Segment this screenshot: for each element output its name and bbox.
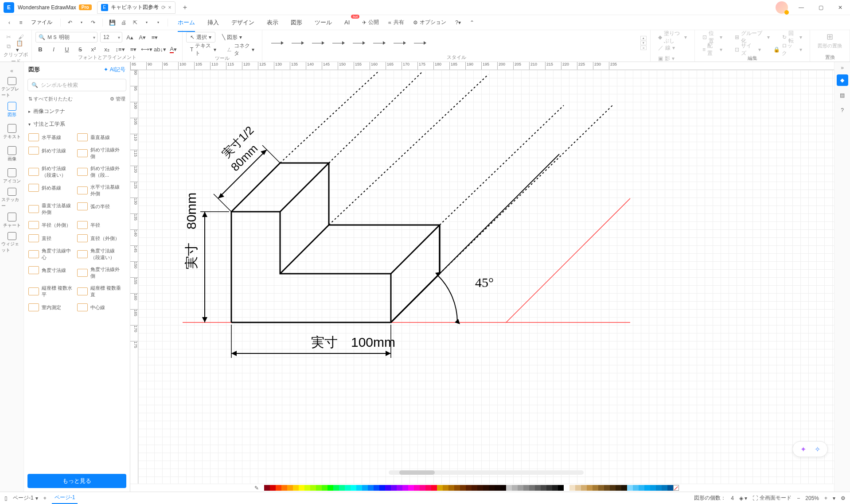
category-image-container[interactable]: 画像コンテナ bbox=[24, 105, 130, 118]
color-swatch[interactable] bbox=[581, 485, 587, 491]
user-avatar[interactable] bbox=[776, 1, 788, 14]
replace-shape-icon[interactable]: ⊞ bbox=[827, 32, 833, 42]
subscript-button[interactable]: x₂ bbox=[102, 44, 112, 54]
color-swatch[interactable] bbox=[414, 485, 420, 491]
color-swatch[interactable] bbox=[362, 485, 368, 491]
arrow-style-5[interactable] bbox=[353, 41, 365, 45]
color-swatch[interactable] bbox=[379, 485, 385, 491]
color-swatch[interactable] bbox=[420, 485, 425, 491]
rail-shapes[interactable]: 図形 bbox=[1, 99, 23, 120]
ai-sparkle-button[interactable]: ✧ bbox=[812, 444, 822, 454]
back-button[interactable]: ‹ bbox=[4, 18, 14, 27]
color-swatch[interactable] bbox=[391, 485, 397, 491]
shape-item[interactable]: 角度寸法線外側 bbox=[76, 264, 125, 282]
window-close-button[interactable]: ✕ bbox=[831, 0, 850, 15]
font-family-select[interactable]: 🔍ＭＳ 明朝 bbox=[35, 32, 97, 43]
arrow-style-7[interactable] bbox=[394, 41, 406, 45]
more-shapes-button[interactable]: もっと見る bbox=[27, 474, 126, 488]
shape-item[interactable]: 角度寸法線（段違い） bbox=[76, 245, 125, 264]
align-button[interactable]: ≡▾ bbox=[150, 32, 160, 42]
print-button[interactable]: 🖨 bbox=[119, 18, 129, 27]
page-tab-1[interactable]: ページ-1 bbox=[52, 492, 78, 504]
canvas[interactable]: 実寸 100mm 実寸 80mm 実寸1/2 80mm 45° ✦ ✧ bbox=[138, 70, 834, 484]
select-tool-button[interactable]: ↖ 選択 ▾ bbox=[186, 32, 215, 43]
no-color-swatch[interactable] bbox=[673, 485, 679, 491]
zoom-dropdown[interactable]: ▾ bbox=[833, 495, 835, 501]
window-minimize-button[interactable]: — bbox=[792, 0, 811, 15]
shape-item[interactable]: 弧の半径 bbox=[76, 200, 125, 213]
hamburger-icon[interactable]: ≡ bbox=[16, 18, 26, 27]
color-swatch[interactable] bbox=[264, 485, 270, 491]
rotate-button[interactable]: ↻ 回転 ▾ bbox=[778, 32, 806, 43]
color-swatch[interactable] bbox=[535, 485, 541, 491]
color-swatch[interactable] bbox=[529, 485, 535, 491]
color-swatch[interactable] bbox=[644, 485, 650, 491]
shape-item[interactable]: 斜め基線 bbox=[27, 181, 76, 194]
color-swatch[interactable] bbox=[495, 485, 500, 491]
color-swatch[interactable] bbox=[610, 485, 616, 491]
settings-gear-button[interactable]: ⚙ bbox=[841, 495, 846, 501]
color-swatch[interactable] bbox=[425, 485, 431, 491]
help-panel-button[interactable]: ? bbox=[837, 105, 848, 116]
superscript-button[interactable]: x² bbox=[89, 44, 98, 54]
export-button[interactable]: ⇱ bbox=[130, 18, 140, 27]
color-swatch[interactable] bbox=[633, 485, 639, 491]
style-gallery[interactable] bbox=[266, 41, 640, 45]
rail-images[interactable]: 画像 bbox=[1, 143, 23, 165]
properties-panel-button[interactable]: ◆ bbox=[837, 74, 848, 86]
ai-wand-button[interactable]: ✦ bbox=[798, 444, 808, 454]
shape-item[interactable]: 斜め寸法線（段違い） bbox=[27, 163, 76, 181]
shape-item[interactable]: 半径 bbox=[76, 218, 125, 232]
shape-item[interactable]: 垂直寸法基線外側 bbox=[27, 200, 76, 218]
shape-item[interactable]: 縦座標 複数水平 bbox=[27, 282, 76, 301]
color-swatch[interactable] bbox=[627, 485, 633, 491]
shape-item[interactable]: 角度寸法線 bbox=[27, 264, 76, 277]
connector-tool-button[interactable]: ㄥ コネクタ ▾ bbox=[223, 44, 258, 55]
collapse-all-button[interactable]: ⇅ すべて折りたたむ bbox=[28, 96, 73, 102]
color-swatch[interactable] bbox=[431, 485, 437, 491]
category-dimensions[interactable]: 寸法と工学系 bbox=[24, 118, 130, 131]
shape-item[interactable]: 室内測定 bbox=[27, 301, 76, 314]
color-swatch[interactable] bbox=[322, 485, 328, 491]
color-swatch[interactable] bbox=[328, 485, 333, 491]
shape-item[interactable]: 直径 bbox=[27, 232, 76, 245]
arrow-style-8[interactable] bbox=[414, 41, 426, 45]
collapse-ribbon-button[interactable]: ⌃ bbox=[466, 18, 478, 27]
color-swatch[interactable] bbox=[667, 485, 673, 491]
strike-button[interactable]: S̶ bbox=[75, 44, 85, 54]
color-swatch[interactable] bbox=[448, 485, 454, 491]
color-swatch[interactable] bbox=[558, 485, 564, 491]
horizontal-scrollbar[interactable] bbox=[389, 470, 584, 475]
arrow-style-1[interactable] bbox=[271, 41, 284, 45]
color-swatch[interactable] bbox=[374, 485, 379, 491]
shape-item[interactable]: 水平寸法基線外側 bbox=[76, 181, 125, 200]
shape-item[interactable]: 斜め寸法線 bbox=[27, 144, 76, 157]
fill-button[interactable]: ◆ 塗りつぶし ▾ bbox=[654, 32, 691, 43]
shape-item[interactable]: 斜め寸法線外側（段... bbox=[76, 163, 125, 181]
add-page-button[interactable]: + bbox=[43, 495, 47, 501]
color-swatch[interactable] bbox=[460, 485, 466, 491]
gallery-next[interactable]: ▾ bbox=[640, 41, 647, 45]
rail-icons[interactable]: アイコン bbox=[1, 166, 23, 187]
zoom-in-button[interactable]: + bbox=[824, 495, 827, 501]
color-swatch[interactable] bbox=[650, 485, 656, 491]
file-menu[interactable]: ファイル bbox=[27, 17, 56, 28]
color-swatch[interactable] bbox=[604, 485, 610, 491]
menu-home[interactable]: ホーム bbox=[172, 16, 200, 29]
tab-close-button[interactable]: × bbox=[168, 4, 172, 11]
text-case-button[interactable]: ab↓▾ bbox=[155, 44, 165, 54]
color-swatch[interactable] bbox=[483, 485, 489, 491]
color-swatch[interactable] bbox=[293, 485, 299, 491]
menu-tools[interactable]: ツール bbox=[309, 16, 337, 29]
menu-ai[interactable]: AI hot bbox=[339, 16, 355, 28]
undo-dropdown[interactable]: ▾ bbox=[77, 18, 86, 27]
color-swatch[interactable] bbox=[518, 485, 523, 491]
color-swatch[interactable] bbox=[454, 485, 460, 491]
bold-button[interactable]: B bbox=[35, 44, 45, 54]
color-swatch[interactable] bbox=[287, 485, 293, 491]
collapse-leftrail-button[interactable]: « bbox=[10, 66, 13, 76]
color-swatch[interactable] bbox=[552, 485, 558, 491]
color-swatch[interactable] bbox=[575, 485, 581, 491]
color-swatch[interactable] bbox=[402, 485, 408, 491]
menu-insert[interactable]: 挿入 bbox=[202, 16, 224, 29]
